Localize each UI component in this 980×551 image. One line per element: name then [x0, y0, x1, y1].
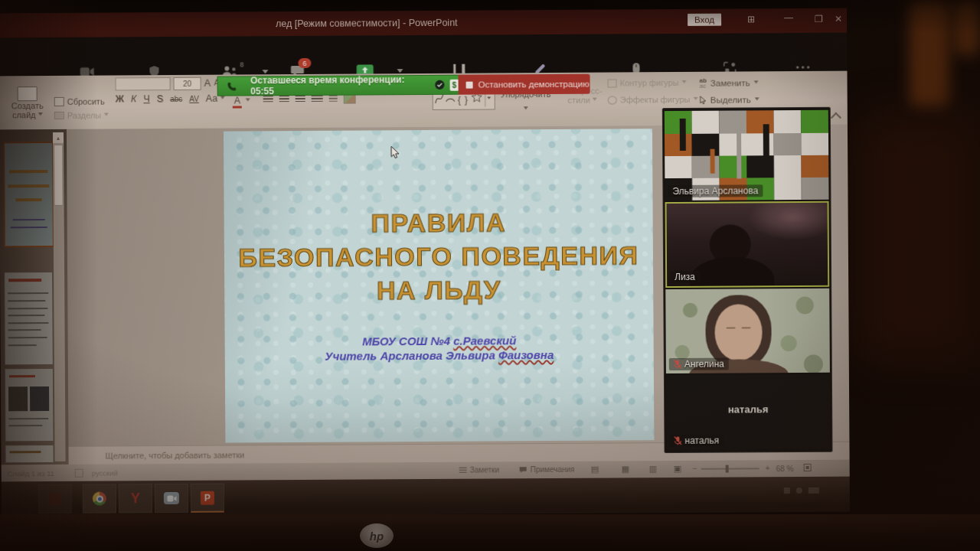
mouse-cursor	[390, 145, 400, 160]
slideshow-view-button[interactable]: ▣	[674, 464, 681, 474]
chevron-down-icon	[681, 80, 686, 85]
stop-icon	[466, 81, 473, 88]
reset-icon	[54, 97, 64, 106]
slide-number-indicator: Слайд 1 из 11	[8, 469, 54, 478]
spellcheck-status-icon	[75, 469, 83, 478]
notes-toggle[interactable]: Заметки	[459, 465, 499, 474]
participant-center-name: наталья	[666, 403, 830, 416]
slide-title-line-1: ПРАВИЛА	[224, 207, 653, 239]
zoom-app-icon	[164, 492, 179, 504]
font-size-box[interactable]: 20	[174, 77, 201, 90]
powerpoint-icon: P	[201, 491, 214, 504]
stop-share-button[interactable]: Остановить демонстрацию	[459, 74, 590, 95]
chevron-down-icon	[524, 106, 528, 112]
taskbar-zoom-button[interactable]	[155, 484, 188, 513]
fit-to-window-button[interactable]	[804, 464, 812, 471]
hp-logo: hp	[360, 523, 394, 548]
replace-button[interactable]: abac Заменить	[700, 77, 759, 88]
character-spacing-button[interactable]: AV	[189, 95, 199, 103]
system-tray[interactable]	[784, 487, 819, 494]
slide-sorter-view-button[interactable]: ▦	[622, 464, 629, 474]
participant-name-label: Лиза	[670, 271, 700, 283]
participant-tile[interactable]: наталья наталья	[666, 374, 831, 450]
zoom-meeting-toolbar: Остановить видео Безопасность 8 Участник…	[0, 33, 847, 77]
slide-thumbnail-3[interactable]	[5, 368, 54, 442]
text-shadow-button[interactable]: S	[157, 93, 163, 104]
participant-tile[interactable]: Ангелина	[665, 289, 830, 373]
phone-icon	[227, 81, 237, 91]
shape-outline-button[interactable]: Контур фигуры	[608, 78, 687, 88]
scroll-up-arrow[interactable]: ▲	[53, 132, 64, 143]
cursor-icon	[700, 96, 707, 105]
select-button[interactable]: Выделить	[700, 95, 760, 104]
slide-thumbnail-1-selected[interactable]	[3, 142, 54, 247]
meeting-time-remaining: Оставшееся время конференции: 05:55	[250, 74, 424, 96]
chevron-down-icon	[693, 96, 697, 102]
spellcheck-underline: Фаизовна	[498, 348, 554, 361]
participant-name-label: Эльвира Арсланова	[668, 184, 763, 197]
person-face	[714, 304, 762, 360]
font-buttons-row: Ж К Ч S abc AV Aa	[116, 93, 225, 105]
comments-toggle[interactable]: Примечания	[519, 465, 575, 474]
chat-unread-badge: 6	[298, 58, 311, 68]
shield-check-icon	[435, 80, 446, 90]
participant-name-label: наталья	[669, 435, 724, 447]
slide-area[interactable]: ПРАВИЛА БЕЗОПАСНОГО ПОВЕДЕНИЯ НА ЛЬДУ МБ…	[224, 129, 654, 442]
thumbnails-scrollbar[interactable]: ▲	[53, 132, 66, 461]
grow-font-button[interactable]: А	[204, 77, 211, 89]
zoom-video-panel: Эльвира Арсланова Лиза Ангелина	[662, 107, 833, 453]
taskbar-yandex-button[interactable]: Y	[119, 484, 152, 513]
minimize-button[interactable]: —	[784, 12, 793, 23]
participant-tile[interactable]: Лиза	[665, 201, 830, 288]
spellcheck-underline: с.Раевский	[453, 334, 516, 347]
zoom-slider[interactable]	[701, 468, 760, 469]
language-indicator[interactable]: русский	[92, 468, 118, 477]
sections-button[interactable]: Разделы	[54, 111, 109, 120]
photo-of-laptop-screen: лед [Режим совместимости] - PowerPoint В…	[0, 0, 980, 551]
zoom-slider-thumb[interactable]	[726, 465, 729, 473]
chevron-down-icon	[220, 96, 225, 102]
underline-button[interactable]: Ч	[143, 93, 149, 104]
participant-name-label: Ангелина	[669, 358, 729, 370]
taskbar-chrome-button[interactable]	[83, 484, 116, 513]
background-blur-shape	[954, 0, 980, 55]
taskbar-powerpoint-button[interactable]: P	[191, 484, 224, 513]
muted-mic-icon	[674, 436, 681, 445]
normal-view-button[interactable]: ▤	[591, 465, 599, 474]
sections-icon	[54, 112, 64, 119]
window-title: лед [Режим совместимости] - PowerPoint	[276, 18, 458, 29]
font-name-box[interactable]	[116, 77, 171, 90]
bold-button[interactable]: Ж	[116, 93, 124, 104]
new-slide-icon	[18, 86, 38, 101]
chevron-down-icon	[104, 112, 109, 118]
svg-text:}: }	[465, 94, 469, 106]
notes-placeholder: Щелкните, чтобы добавить заметки	[105, 450, 244, 460]
new-slide-button[interactable]: Создать слайд	[5, 86, 50, 119]
slide-subtitle-line-2: Учитель Арсланова Эльвира Фаизовна	[225, 347, 654, 363]
zoom-in-button[interactable]: +	[766, 464, 770, 472]
ribbon-display-options-icon[interactable]: ⊞	[747, 14, 755, 24]
shape-effects-icon	[608, 96, 617, 104]
zoom-out-button[interactable]: −	[693, 465, 697, 473]
person-silhouette-body	[690, 256, 774, 288]
participant-tile[interactable]: Эльвира Арсланова	[665, 110, 829, 201]
italic-button[interactable]: К	[131, 93, 136, 104]
notes-lines-icon	[459, 467, 467, 473]
taskbar-app-button[interactable]	[38, 484, 72, 514]
participants-count: 8	[240, 60, 243, 68]
slide-thumbnail-2[interactable]	[4, 272, 54, 365]
strikethrough-button[interactable]: abc	[170, 95, 182, 103]
tray-icon	[784, 487, 790, 494]
background-blur-shape	[858, 115, 980, 360]
sign-in-button[interactable]: Вход	[688, 14, 721, 26]
laptop-bezel	[0, 514, 980, 551]
slide-thumbnail-4[interactable]	[5, 445, 54, 463]
zoom-percentage[interactable]: 68 %	[776, 465, 794, 473]
reading-view-button[interactable]: ▥	[649, 464, 657, 474]
slide-title-line-3: НА ЛЬДУ	[224, 274, 653, 306]
scrollbar-thumb[interactable]	[54, 145, 63, 206]
close-button[interactable]: ✕	[835, 14, 842, 24]
restore-button[interactable]: ❐	[815, 14, 823, 24]
reset-button[interactable]: Сбросить	[54, 97, 105, 106]
shape-effects-button[interactable]: Эффекты фигуры	[608, 95, 698, 105]
